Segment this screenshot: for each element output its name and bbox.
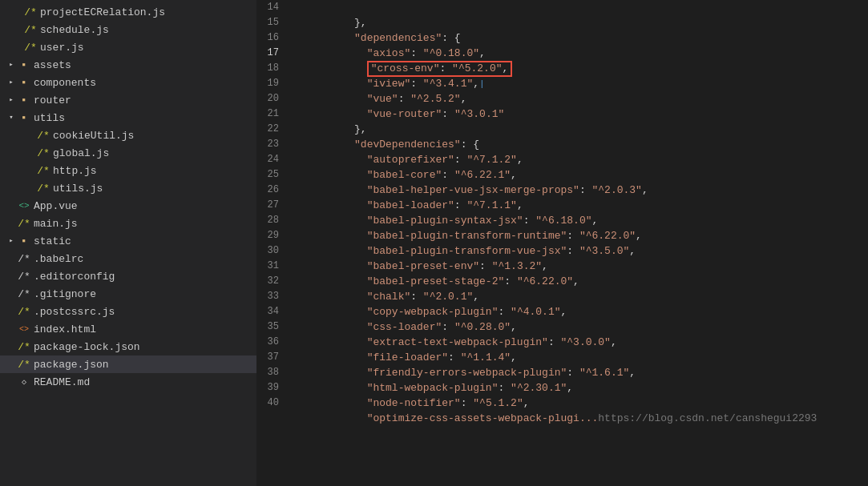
sidebar-item-label: App.vue [34,200,78,212]
line-num: 27 [263,198,279,213]
line-num: 38 [263,365,279,380]
code-line-17: "cross-env": "^5.2.0", [292,46,868,61]
sidebar-item-label: README.md [34,376,90,388]
line-num: 39 [263,380,279,396]
chevron-icon [6,60,16,70]
js-file-icon: /* [37,129,50,142]
sidebar-item-projectecrelation[interactable]: /* projectECRelation.js [0,3,256,21]
sidebar-item-label: package.json [34,359,109,371]
sidebar-item-static[interactable]: ▪ static [0,232,256,250]
js-file-icon: /* [37,164,50,177]
sidebar-item-label: http.js [53,165,97,177]
dot-file-icon: /* [18,287,30,300]
sidebar-item-label: .editorconfig [34,271,115,283]
code-line-25: "babel-helper-vue-jsx-merge-props": "^2.… [292,167,868,183]
line-num: 23 [263,137,279,152]
line-num: 25 [263,167,279,183]
sidebar-item-utils[interactable]: ▪ utils [0,109,256,127]
code-line-37: "friendly-errors-webpack-plugin": "^1.6.… [292,350,868,365]
line-num: 29 [263,228,279,243]
sidebar-item-babelrc[interactable]: /* .babelrc [0,250,256,267]
code-line-21: }, [292,106,868,122]
folder-icon: ▪ [18,94,30,106]
line-num: 21 [263,106,279,122]
sidebar-item-user[interactable]: /* user.js [0,38,256,56]
code-line-39: "node-notifier": "^5.1.2", [292,380,868,396]
sidebar-item-http[interactable]: /* http.js [0,162,256,179]
sidebar-item-readme[interactable]: ◇ README.md [0,373,256,391]
code-line-18: "iview": "^3.4.1",| [292,61,868,76]
sidebar-item-label: utils.js [53,183,103,195]
sidebar-item-editorconfig[interactable]: /* .editorconfig [0,267,256,285]
json-file-icon: /* [18,340,30,353]
line-num: 20 [263,91,279,106]
code-editor: 14 15 16 17 18 19 20 21 22 23 24 25 26 2… [256,0,868,486]
line-num: 24 [263,152,279,167]
code-line-28: "babel-plugin-transform-runtime": "^6.22… [292,213,868,228]
sidebar-item-assets[interactable]: ▪ assets [0,56,256,74]
sidebar-item-label: schedule.js [40,24,109,36]
sidebar-item-label: assets [34,59,71,71]
sidebar-item-postcssrc[interactable]: /* .postcssrc.js [0,303,256,320]
html-file-icon: <> [18,323,30,335]
sidebar-item-indexhtml[interactable]: <> index.html [0,320,256,338]
code-text: https://blog.csdn.net/canshegui2293 [598,412,817,424]
js-file-icon: /* [24,23,37,36]
sidebar-item-label: global.js [53,147,109,159]
sidebar-item-router[interactable]: ▪ router [0,91,256,109]
code-line-24: "babel-core": "^6.22.1", [292,152,868,167]
line-num: 16 [263,30,279,46]
sidebar-item-packagelock[interactable]: /* package-lock.json [0,338,256,355]
code-line-16: "axios": "^0.18.0", [292,30,868,46]
code-line-35: "extract-text-webpack-plugin": "^3.0.0", [292,319,868,335]
code-line-30: "babel-preset-env": "^1.3.2", [292,243,868,259]
code-line-23: "autoprefixer": "^7.1.2", [292,137,868,152]
line-num: 28 [263,213,279,228]
sidebar: /* projectECRelation.js /* schedule.js /… [0,0,256,486]
line-num: 36 [263,335,279,350]
line-num: 17 [263,46,279,61]
line-num: 19 [263,76,279,91]
code-line-33: "copy-webpack-plugin": "^4.0.1", [292,289,868,304]
code-line-29: "babel-plugin-transform-vue-jsx": "^3.5.… [292,228,868,243]
line-num: 40 [263,396,279,411]
code-text [341,412,366,424]
sidebar-item-global[interactable]: /* global.js [0,144,256,162]
line-num: 18 [263,61,279,76]
sidebar-item-utils-js[interactable]: /* utils.js [0,179,256,197]
sidebar-item-gitignore[interactable]: /* .gitignore [0,285,256,303]
sidebar-item-label: cookieUtil.js [53,130,134,142]
vue-file-icon: <> [18,199,30,212]
code-line-38: "html-webpack-plugin": "^2.30.1", [292,365,868,380]
sidebar-item-appvue[interactable]: <> App.vue [0,197,256,215]
code-line-40: "optimize-css-assets-webpack-plugi...htt… [292,396,868,411]
line-numbers: 14 15 16 17 18 19 20 21 22 23 24 25 26 2… [256,0,289,486]
dot-file-icon: /* [18,252,30,265]
js-file-icon: /* [24,6,37,18]
line-num: 32 [263,274,279,289]
sidebar-item-components[interactable]: ▪ components [0,74,256,91]
code-line-36: "file-loader": "^1.1.4", [292,335,868,350]
sidebar-item-cookieutil[interactable]: /* cookieUtil.js [0,127,256,144]
sidebar-item-label: package-lock.json [34,341,140,353]
code-line-27: "babel-plugin-syntax-jsx": "^6.18.0", [292,198,868,213]
sidebar-item-label: .postcssrc.js [34,306,115,318]
sidebar-item-label: .babelrc [34,253,83,265]
line-num: 15 [263,15,279,30]
sidebar-item-label: static [34,235,71,247]
line-num: 14 [263,0,279,15]
code-line-31: "babel-preset-stage-2": "^6.22.0", [292,259,868,274]
sidebar-item-label: index.html [34,323,96,335]
sidebar-item-mainjs[interactable]: /* main.js [0,215,256,232]
js-file-icon: /* [37,147,50,159]
sidebar-item-label: main.js [34,218,78,230]
code-line-26: "babel-loader": "^7.1.1", [292,183,868,198]
sidebar-item-packagejson[interactable]: /* package.json [0,355,256,373]
line-num: 35 [263,319,279,335]
sidebar-item-schedule[interactable]: /* schedule.js [0,21,256,38]
code-line-32: "chalk": "^2.0.1", [292,274,868,289]
folder-icon: ▪ [18,58,30,71]
code-lines: }, "dependencies": { "axios": "^0.18.0",… [289,0,868,486]
code-line-15: "dependencies": { [292,15,868,30]
chevron-icon [6,78,16,87]
